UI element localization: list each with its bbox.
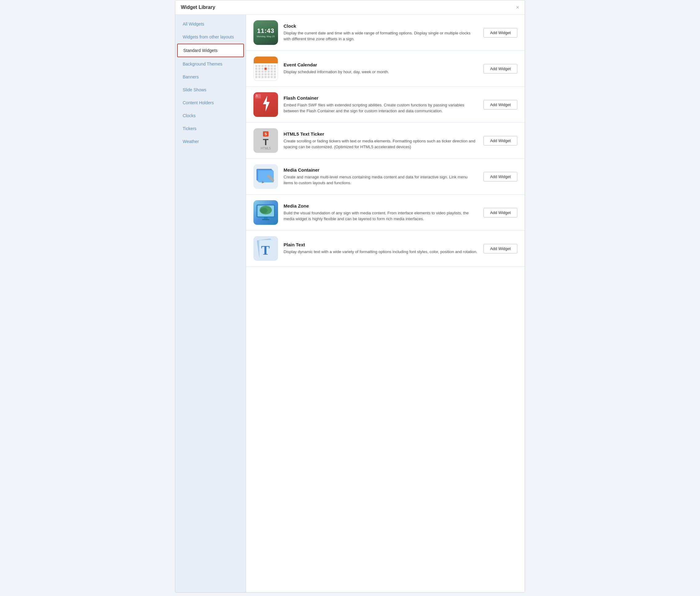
widget-desc-flash-container: Embed Flash SWF files with extended scri… — [283, 102, 478, 114]
sidebar-item-weather[interactable]: Weather — [177, 135, 244, 148]
widget-name-plain-text: Plain Text — [283, 242, 478, 247]
sidebar-item-banners[interactable]: Banners — [177, 71, 244, 83]
sidebar-item-standard-widgets[interactable]: Standard Widgets — [177, 44, 244, 57]
widget-row-flash-container: A Flash ContainerEmbed Flash SWF files w… — [246, 87, 525, 123]
sidebar-item-clocks[interactable]: Clocks — [177, 109, 244, 122]
flash-icon: A — [253, 92, 278, 117]
widget-desc-html5-text-ticker: Create scrolling or fading tickers with … — [283, 138, 478, 150]
widget-info-clock: ClockDisplay the current date and time w… — [283, 23, 478, 42]
main-content: 11:43 Monday, May 25 ClockDisplay the cu… — [246, 15, 525, 592]
calendar-icon — [253, 56, 278, 81]
widget-info-event-calendar: Event CalendarDisplay scheduled informat… — [283, 62, 478, 75]
widget-info-media-container: Media ContainerCreate and manage multi-l… — [283, 167, 478, 186]
svg-text:T: T — [261, 243, 270, 257]
widget-row-event-calendar: Event CalendarDisplay scheduled informat… — [246, 51, 525, 87]
sidebar: All WidgetsWidgets from other layoutsSta… — [175, 15, 246, 592]
svg-rect-11 — [262, 219, 269, 220]
clock-time-display: 11:43 — [257, 27, 274, 34]
widget-info-html5-text-ticker: HTML5 Text TickerCreate scrolling or fad… — [283, 131, 478, 150]
widget-desc-event-calendar: Display scheduled information by hour, d… — [283, 69, 478, 75]
add-widget-button-html5-text-ticker[interactable]: Add Widget — [483, 136, 517, 146]
widget-info-flash-container: Flash ContainerEmbed Flash SWF files wit… — [283, 95, 478, 114]
plain-text-icon: T — [253, 236, 278, 261]
widget-name-media-zone: Media Zone — [283, 203, 478, 208]
widget-desc-media-zone: Build the visual foundation of any sign … — [283, 210, 478, 222]
widget-name-html5-text-ticker: HTML5 Text Ticker — [283, 131, 478, 136]
widget-info-plain-text: Plain TextDisplay dynamic text with a wi… — [283, 242, 478, 255]
sidebar-item-all-widgets[interactable]: All Widgets — [177, 18, 244, 30]
add-widget-button-media-container[interactable]: Add Widget — [483, 172, 517, 181]
media-zone-icon — [253, 200, 278, 225]
widget-desc-clock: Display the current date and time with a… — [283, 30, 478, 42]
widget-library-window: Widget Library × All WidgetsWidgets from… — [175, 0, 525, 593]
widget-desc-plain-text: Display dynamic text with a wide variety… — [283, 249, 478, 255]
widget-row-media-container: Media ContainerCreate and manage multi-l… — [246, 159, 525, 195]
add-widget-button-plain-text[interactable]: Add Widget — [483, 244, 517, 253]
widget-name-flash-container: Flash Container — [283, 95, 478, 101]
media-container-icon — [253, 164, 278, 189]
sidebar-item-slide-shows[interactable]: Slide Shows — [177, 84, 244, 96]
svg-point-9 — [260, 208, 268, 214]
add-widget-button-clock[interactable]: Add Widget — [483, 28, 517, 38]
svg-marker-0 — [263, 96, 270, 111]
widget-info-media-zone: Media ZoneBuild the visual foundation of… — [283, 203, 478, 222]
clock-icon: 11:43 Monday, May 25 — [253, 20, 278, 45]
html5-ticker-icon: 5 T HTML5 — [253, 128, 278, 153]
title-bar: Widget Library × — [175, 0, 525, 15]
widget-row-plain-text: T Plain TextDisplay dynamic text with a … — [246, 231, 525, 267]
widget-name-event-calendar: Event Calendar — [283, 62, 478, 67]
sidebar-item-background-themes[interactable]: Background Themes — [177, 58, 244, 70]
sidebar-item-tickers[interactable]: Tickers — [177, 122, 244, 135]
sidebar-item-widgets-from-other-layouts[interactable]: Widgets from other layouts — [177, 31, 244, 43]
add-widget-button-flash-container[interactable]: Add Widget — [483, 100, 517, 109]
close-button[interactable]: × — [516, 5, 519, 10]
widget-row-clock: 11:43 Monday, May 25 ClockDisplay the cu… — [246, 15, 525, 51]
content-area: All WidgetsWidgets from other layoutsSta… — [175, 15, 525, 592]
widget-desc-media-container: Create and manage multi-level menus cont… — [283, 174, 478, 186]
sidebar-item-content-holders[interactable]: Content Holders — [177, 97, 244, 109]
widget-name-media-container: Media Container — [283, 167, 478, 173]
add-widget-button-event-calendar[interactable]: Add Widget — [483, 64, 517, 74]
add-widget-button-media-zone[interactable]: Add Widget — [483, 208, 517, 218]
widget-row-html5-text-ticker: 5 T HTML5 HTML5 Text TickerCreate scroll… — [246, 123, 525, 159]
widget-row-media-zone: Media ZoneBuild the visual foundation of… — [246, 195, 525, 231]
window-title: Widget Library — [181, 5, 215, 10]
widget-name-clock: Clock — [283, 23, 478, 29]
clock-date-display: Monday, May 25 — [257, 35, 275, 38]
